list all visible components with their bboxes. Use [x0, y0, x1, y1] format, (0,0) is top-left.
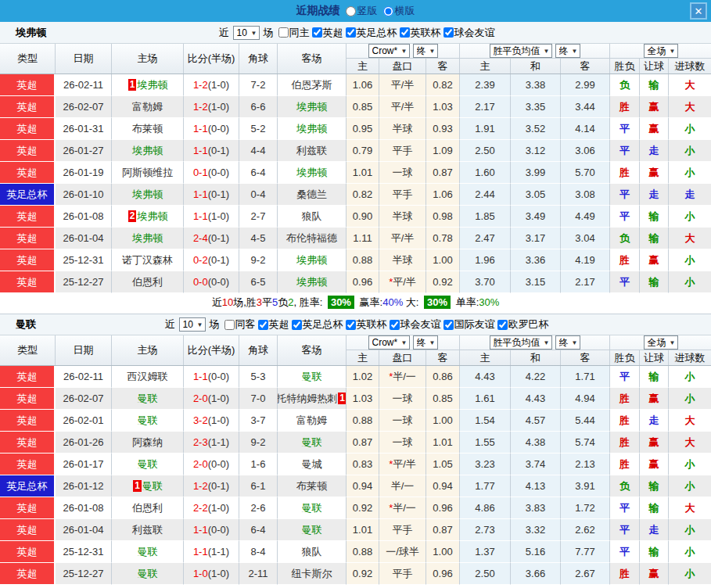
- section-2-final-select-2[interactable]: 终: [555, 335, 580, 350]
- section-2-filter-英足总杯[interactable]: 英足总杯: [292, 317, 343, 332]
- score-cell: 1-2(1-0): [184, 96, 239, 118]
- section-1-filter-checkbox-2[interactable]: [346, 27, 356, 38]
- result-handicap-cell: 输: [640, 541, 669, 563]
- horizontal-radio[interactable]: [383, 6, 393, 16]
- result-text: 平: [619, 370, 630, 384]
- section-1-filter-checkbox-4[interactable]: [443, 27, 454, 38]
- ah-line-text: 平手: [393, 567, 413, 581]
- result-handicap-cell: 赢: [640, 454, 669, 475]
- ah-line-cell: *半/一: [379, 497, 426, 519]
- section-1-bookmaker-select[interactable]: Crow*: [368, 44, 410, 58]
- ah-line-cell: 一球: [379, 162, 426, 184]
- result-handicap-cell: 输: [640, 74, 669, 96]
- section-2-filter-checkbox-4[interactable]: [390, 320, 400, 330]
- section-1-filter-checkbox-1[interactable]: [312, 27, 322, 38]
- result-text: 负: [619, 231, 630, 246]
- section-2-filter-checkbox-2[interactable]: [292, 320, 302, 330]
- section-2-filter-球会友谊[interactable]: 球会友谊: [390, 317, 441, 332]
- layout-radio-vertical[interactable]: 竖版: [346, 4, 378, 18]
- section-2-filter-checkbox-6[interactable]: [497, 320, 508, 330]
- result-text: 走: [685, 188, 695, 202]
- layout-radio-horizontal[interactable]: 横版: [383, 4, 415, 18]
- away-cell: 桑德兰: [278, 184, 347, 206]
- result-handicap-cell: 赢: [640, 96, 669, 118]
- section-2-filter-checkbox-1[interactable]: [258, 320, 268, 330]
- result-handicap-cell: 赢: [640, 118, 669, 140]
- section-2-filter-英联杯[interactable]: 英联杯: [346, 317, 387, 332]
- home-cell: 曼联: [112, 410, 184, 432]
- corners-cell: 1-6: [239, 454, 278, 475]
- section-2-games-count-select-wrap: 10: [179, 317, 206, 332]
- section-2-games-count-select[interactable]: 10: [179, 317, 206, 332]
- ah-line-text: 平/半: [391, 231, 415, 246]
- ah-away-odds: 1.01: [426, 432, 460, 454]
- competition-cell: 英超: [0, 563, 56, 585]
- section-1-filter-球会友谊[interactable]: 球会友谊: [443, 26, 495, 40]
- section-2-column-header-4: 角球: [239, 335, 278, 365]
- fulltime-score: 1-1: [193, 546, 208, 558]
- match-row: 英超25-12-27伯恩利0-0(0-0)6-5埃弗顿0.96*平/半0.923…: [0, 271, 711, 293]
- section-1-avg-odds-select[interactable]: 胜平负均值: [490, 44, 552, 58]
- home-cell: 利兹联: [112, 519, 184, 541]
- section-1-final-select-2[interactable]: 终: [555, 44, 580, 58]
- home-team-name: 曼联: [138, 545, 158, 559]
- vertical-radio[interactable]: [346, 6, 356, 16]
- close-button[interactable]: ✕: [690, 2, 707, 20]
- summary-text-part: , 胜率:: [293, 296, 325, 308]
- section-2-filter-英超[interactable]: 英超: [258, 317, 289, 332]
- score-cell: 2-3(1-1): [184, 432, 239, 454]
- match-row: 英超25-12-31曼联1-1(1-1)8-4狼队0.88一/球半1.001.3…: [0, 541, 711, 563]
- ah-line-cell: 平手: [379, 140, 426, 162]
- home-team-name: 利兹联: [132, 523, 163, 537]
- home-cell: 曼联: [112, 388, 184, 410]
- result-goals-cell: 小: [669, 454, 711, 475]
- section-2-filter-label-5: 国际友谊: [454, 317, 495, 332]
- section-2-filter-同客[interactable]: 同客: [224, 317, 256, 332]
- result-outcome-cell: 平: [610, 206, 640, 228]
- ah-line-text: 一球: [393, 436, 413, 450]
- section-1-filter-checkbox-0[interactable]: [278, 27, 289, 38]
- section-2-filter-checkbox-0[interactable]: [224, 320, 235, 330]
- section-1-fulltime-select[interactable]: 全场: [644, 44, 678, 58]
- home-cell: 1曼联: [112, 475, 184, 497]
- corners-cell: 5-3: [239, 366, 278, 388]
- corners-cell: 6-6: [239, 96, 278, 118]
- section-2-final-select-1[interactable]: 终: [413, 335, 438, 350]
- ah-away-odds: 0.85: [426, 388, 460, 410]
- section-2-filter-checkbox-5[interactable]: [443, 320, 454, 330]
- eu-away-odds: 2.99: [561, 74, 610, 96]
- result-handicap-cell: 输: [640, 228, 669, 249]
- section-2-avg-odds-select[interactable]: 胜平负均值: [490, 335, 552, 350]
- section-1-filter-英联杯[interactable]: 英联杯: [400, 26, 441, 40]
- section-2-fulltime-select[interactable]: 全场: [644, 335, 678, 350]
- corners-cell: 0-4: [239, 184, 278, 206]
- halftime-score: (1-0): [208, 101, 229, 113]
- section-2-filter-label-3: 英联杯: [357, 317, 387, 332]
- section-2-filter-checkbox-3[interactable]: [346, 320, 356, 330]
- section-2: 曼联近10场同客英超英足总杯英联杯球会友谊国际友谊欧罗巴杯类型日期主场比分(半场…: [0, 314, 711, 585]
- section-1-final-select-1[interactable]: 终: [413, 44, 438, 58]
- section-2-filter-国际友谊[interactable]: 国际友谊: [443, 317, 495, 332]
- corners-cell: 9-2: [239, 249, 278, 271]
- ah-home-odds: 1.11: [347, 228, 379, 249]
- date-cell: 26-02-07: [56, 388, 112, 410]
- section-1-filter-英足总杯[interactable]: 英足总杯: [346, 26, 397, 40]
- section-1-filter-checkbox-3[interactable]: [400, 27, 410, 38]
- halftime-score: (1-1): [208, 546, 229, 558]
- section-1-filter-同主[interactable]: 同主: [278, 26, 310, 40]
- score-cell: 1-1(1-0): [184, 206, 239, 228]
- home-cell: 曼联: [112, 541, 184, 563]
- eu-home-odds: 2.47: [460, 228, 511, 249]
- section-1-filter-英超[interactable]: 英超: [312, 26, 343, 40]
- section-1-games-count-select[interactable]: 10: [233, 26, 260, 40]
- result-handicap-cell: 输: [640, 475, 669, 497]
- section-2-bookmaker-select[interactable]: Crow*: [368, 335, 410, 350]
- halftime-score: (0-0): [208, 371, 229, 382]
- fulltime-score: 2-2: [193, 502, 208, 514]
- section-1-team-name: 埃弗顿: [16, 26, 46, 40]
- ah-away-odds: 0.93: [426, 118, 460, 140]
- match-row: 英足总杯26-01-10埃弗顿1-1(0-1)0-4桑德兰0.82平手1.062…: [0, 184, 711, 206]
- section-2-filter-欧罗巴杯[interactable]: 欧罗巴杯: [497, 317, 549, 332]
- eu-home-odds: 2.39: [460, 74, 511, 96]
- close-icon: ✕: [695, 5, 703, 17]
